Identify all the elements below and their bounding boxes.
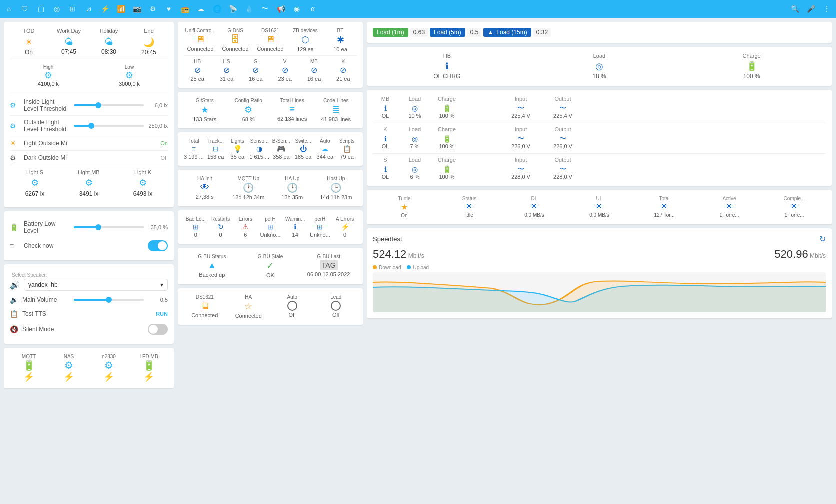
- service-ds1621: DS1621 🖥 Connected: [184, 294, 226, 319]
- dark-outside-row: ⚙ Dark Outside Mi Off: [10, 151, 168, 165]
- gbu-status: G-BU Status ▲ Backed up: [184, 254, 240, 278]
- unifi-panel: Unifi Contro... 🖥 Connected G DNS 🗄 Conn…: [178, 22, 363, 88]
- light-outside-row: ☀ Light Outside Mi On: [10, 136, 168, 151]
- config-ratio-item: Config Ratio ⚙ 68 %: [228, 98, 270, 122]
- more-icon[interactable]: ⋮: [822, 4, 832, 14]
- outside-slider-value: 250,0 lx: [148, 123, 168, 129]
- battery-label: Battery Low Level: [24, 220, 70, 234]
- nav-settings[interactable]: ⚙: [148, 4, 158, 14]
- inside-slider-icon: ⚙: [10, 101, 20, 109]
- nav-broadcast[interactable]: 📢: [276, 4, 286, 14]
- load-gauge-icon: ◎: [526, 61, 674, 72]
- mb-output-icon: 〜: [543, 104, 583, 113]
- host-up: Host Up 🕒 14d 11h 23m: [316, 176, 358, 200]
- nav-activity[interactable]: 〜: [260, 4, 270, 14]
- output-col-header: Output: [543, 96, 583, 102]
- turtle-item: Turtle ★ On: [373, 196, 436, 218]
- nav-wifi[interactable]: 📶: [116, 4, 126, 14]
- nav-bolt[interactable]: ⚡: [100, 4, 110, 14]
- nav-droplet[interactable]: 💧: [244, 4, 254, 14]
- k-output-icon: 〜: [543, 134, 583, 143]
- load-15m-triangle: ▲: [488, 29, 494, 36]
- total-lines-item: Total Lines ≡ 62 134 lines: [272, 98, 314, 122]
- run-button[interactable]: RUN: [156, 311, 168, 317]
- tts-icon: 📋: [10, 310, 18, 318]
- nav-alpha[interactable]: α: [308, 4, 318, 14]
- tod-col-tod: TOD ☀ On: [10, 28, 48, 56]
- tod-col-holiday: Holiday 🌤 08:30: [90, 28, 128, 56]
- nav-home[interactable]: ⌂: [4, 4, 14, 14]
- entity-switch: Switc... ⏻ 185 ea: [294, 138, 314, 160]
- gbu-panel: G-BU Status ▲ Backed up G-BU Stale ✓ OK …: [178, 248, 363, 284]
- nav-window[interactable]: ▢: [36, 4, 46, 14]
- volume-slider[interactable]: [74, 299, 144, 301]
- stat-mb-icon: ⊘: [311, 65, 318, 75]
- a-errors-icon: ⚡: [341, 223, 350, 231]
- entity-scripts: Scripts 📋 79 ea: [337, 138, 357, 160]
- perh2-icon: ⊞: [317, 223, 323, 231]
- speaker-dropdown[interactable]: yandex_hb ▾: [24, 279, 168, 291]
- silent-toggle[interactable]: [148, 324, 168, 335]
- nav-circle[interactable]: ◎: [52, 4, 62, 14]
- tod-workday-icon: 🌤: [64, 37, 74, 47]
- nav-wifi2[interactable]: ◉: [292, 4, 302, 14]
- tts-label: Test TTS: [22, 310, 152, 317]
- high-icon: ⚙: [10, 70, 87, 81]
- gbu-check-icon: ✓: [266, 260, 274, 271]
- inside-slider-value: 6,0 lx: [148, 102, 168, 108]
- nav-grid[interactable]: ⊞: [68, 4, 78, 14]
- speedtest-dl-value: 524.12: [373, 248, 406, 260]
- tod-end-icon: 🌙: [144, 37, 154, 48]
- light-mb: Light MB ⚙ 3491 lx: [64, 169, 114, 197]
- inside-slider-track[interactable]: [74, 104, 144, 106]
- mqtt-bolt-0: ⚡: [10, 371, 48, 382]
- nav-heart[interactable]: ♥: [164, 4, 174, 14]
- battery-value: 35,0 %: [148, 224, 168, 230]
- light-outside-icon: ☀: [10, 139, 20, 147]
- tod-end-label: End: [144, 28, 154, 34]
- speaker-select-row: Select Speaker: 🔊 yandex_hb ▾: [10, 270, 168, 293]
- nav-globe[interactable]: 🌐: [212, 4, 222, 14]
- tod-panel: TOD ☀ On Work Day 🌤 07:45 Holiday 🌤 08:3…: [4, 22, 174, 207]
- service-auto: Auto Off: [272, 294, 314, 319]
- power-mb-section: MB Load Charge Input Output ℹ ◎ 🔋 〜 〜 OL: [373, 96, 826, 119]
- host-up-icon: 🕒: [330, 182, 342, 193]
- nav-camera[interactable]: 📷: [132, 4, 142, 14]
- stat-hb-icon: ⊘: [194, 65, 201, 75]
- battery-slider[interactable]: [74, 226, 144, 228]
- ha-up-icon: 🕑: [287, 182, 298, 193]
- stat-s-icon: ⊘: [252, 65, 259, 75]
- mqtt-item-0: MQTT 🔋 ⚡: [10, 354, 48, 382]
- load-15m-label: Load (15m): [496, 29, 527, 36]
- input-col-header: Input: [501, 96, 541, 102]
- nav-filter[interactable]: ⊿: [84, 4, 94, 14]
- mqtt-services-panel: MQTT 🔋 ⚡ NAS ⚙ ⚡ n2830 ⚙ ⚡ LED MB 🔋: [4, 348, 174, 388]
- network-stats-grid: HB ⊘ 25 ea HS ⊘ 31 ea S ⊘ 16 ea V ⊘: [184, 59, 357, 82]
- nav-signal[interactable]: 📡: [228, 4, 238, 14]
- perh-count: perH ⊞ Unkno...: [258, 216, 282, 238]
- entity-total-icon: ≡: [192, 145, 196, 153]
- nav-shield[interactable]: 🛡: [20, 4, 30, 14]
- left-column: TOD ☀ On Work Day 🌤 07:45 Holiday 🌤 08:3…: [4, 22, 174, 500]
- nav-radio[interactable]: 📻: [180, 4, 190, 14]
- speedtest-ul-value: 520.96: [774, 248, 808, 260]
- silent-label: Silent Mode: [22, 326, 144, 333]
- ha-init-icon: 👁: [200, 182, 210, 193]
- speaker-select-label: Select Speaker:: [12, 272, 168, 278]
- outside-slider-label: Outside Light Level Threshold: [24, 119, 70, 133]
- star-icon: ★: [201, 104, 209, 115]
- speedtest-svg: [373, 272, 826, 312]
- nav-cloud[interactable]: ☁: [196, 4, 206, 14]
- outside-slider-track[interactable]: [74, 125, 144, 127]
- mic-icon[interactable]: 🎤: [806, 4, 816, 14]
- restarts: Restarts ↻ 0: [209, 216, 233, 238]
- search-icon[interactable]: 🔍: [790, 4, 800, 14]
- s-info-icon: ℹ: [373, 165, 398, 173]
- unifi-item-2: DS1621 🖥 Connected: [254, 28, 287, 52]
- tod-label: TOD: [23, 28, 34, 34]
- main-content: TOD ☀ On Work Day 🌤 07:45 Holiday 🌤 08:3…: [0, 18, 836, 504]
- speedtest-dl-unit: Mbit/s: [408, 252, 424, 259]
- check-toggle[interactable]: [148, 240, 168, 251]
- speedtest-refresh-icon[interactable]: ↻: [820, 234, 826, 244]
- chart-legend: Download Upload: [373, 265, 826, 270]
